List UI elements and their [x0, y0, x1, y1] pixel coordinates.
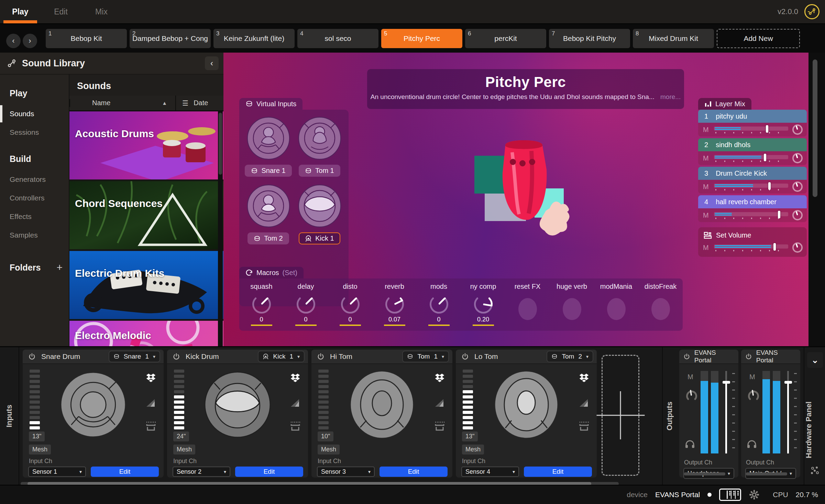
preset-slot-6[interactable]: 6percKit: [465, 29, 546, 48]
add-input-slot[interactable]: [602, 355, 639, 476]
headphones-icon[interactable]: [685, 440, 695, 449]
output-fader[interactable]: [785, 371, 795, 453]
virtual-input-select[interactable]: Snare 1 ▾: [109, 351, 160, 362]
edit-button[interactable]: Edit: [524, 467, 592, 477]
virtual-input-label-snare-1[interactable]: Snare 1: [245, 165, 292, 177]
layer-fader-handle[interactable]: [766, 125, 768, 133]
power-icon[interactable]: [461, 353, 469, 360]
set-volume-knob[interactable]: [792, 242, 803, 253]
macro-knob[interactable]: [472, 293, 494, 315]
output-fader-handle[interactable]: [723, 381, 730, 384]
sound-pack-icon[interactable]: [578, 372, 591, 385]
macro-trigger-button[interactable]: [651, 298, 670, 320]
volume-icon[interactable]: [290, 398, 300, 407]
power-icon[interactable]: [317, 353, 324, 360]
layer-mute-button[interactable]: M: [703, 126, 710, 134]
macro-knob[interactable]: [428, 293, 450, 315]
layer-pan-knob[interactable]: [792, 153, 803, 163]
power-icon[interactable]: [28, 353, 36, 360]
drum-pad-visual[interactable]: [202, 371, 273, 438]
macro-trigger-button[interactable]: [518, 298, 537, 320]
settings-gear-icon[interactable]: [749, 489, 760, 500]
sensor-select[interactable]: Sensor 2 ▾: [173, 467, 230, 477]
drum-pad-visual[interactable]: [349, 370, 415, 439]
layer-mute-button[interactable]: M: [703, 154, 710, 162]
sidebar-item-effects[interactable]: Effects: [0, 207, 69, 226]
layer-fader[interactable]: [714, 183, 788, 190]
layer-fader[interactable]: [714, 126, 788, 133]
edit-button[interactable]: Edit: [235, 467, 303, 477]
sidebar-collapse-button[interactable]: ‹: [205, 56, 219, 70]
drum-pad-visual[interactable]: [494, 370, 559, 439]
drum-trap-icon[interactable]: [578, 421, 590, 431]
volume-icon[interactable]: [146, 398, 156, 407]
set-volume-fader[interactable]: [714, 244, 788, 251]
output-fader[interactable]: [723, 371, 734, 453]
layer-fader[interactable]: [714, 211, 788, 219]
sound-pack-icon[interactable]: [433, 372, 446, 385]
macro-trigger-button[interactable]: [607, 298, 626, 320]
drum-trap-icon[interactable]: [289, 421, 301, 431]
virtual-input-select[interactable]: Tom 1 ▾: [402, 351, 449, 362]
preset-slot-8[interactable]: 8Mixed Drum Kit: [633, 29, 714, 48]
layer-fader-handle[interactable]: [768, 182, 771, 190]
layer-mute-button[interactable]: M: [703, 183, 710, 191]
virtual-pad-tom-1[interactable]: [297, 115, 343, 161]
virtual-input-label-tom-1[interactable]: Tom 1: [299, 165, 340, 177]
more-link[interactable]: more...: [660, 93, 681, 100]
tab-play[interactable]: Play: [0, 0, 41, 23]
layer-header[interactable]: 3 Drum Circle Kick: [698, 167, 807, 180]
volume-icon[interactable]: [579, 398, 589, 407]
preset-slot-7[interactable]: 7Bebop Kit Pitchy: [549, 29, 630, 48]
preset-prev-button[interactable]: ‹: [6, 34, 21, 48]
sound-card-electro-melodic[interactable]: Electro Melodic: [69, 321, 223, 346]
output-mute-button[interactable]: M: [749, 373, 755, 381]
sensor-select[interactable]: Sensor 3 ▾: [317, 467, 375, 477]
layer-header[interactable]: 1 pitchy udu: [698, 110, 807, 123]
power-icon[interactable]: [173, 353, 180, 360]
add-folder-button[interactable]: +: [56, 262, 63, 273]
output-knob[interactable]: [747, 388, 760, 402]
sidebar-item-generators[interactable]: Generators: [0, 170, 69, 189]
sidebar-item-controllers[interactable]: Controllers: [0, 189, 69, 207]
layer-pan-knob[interactable]: [792, 124, 803, 135]
power-icon[interactable]: [683, 353, 690, 360]
tab-edit[interactable]: Edit: [41, 0, 81, 23]
layer-mute-button[interactable]: M: [703, 211, 710, 219]
layer-fader-handle[interactable]: [764, 154, 766, 161]
output-fader-handle[interactable]: [784, 381, 792, 384]
sound-card-acoustic-drums[interactable]: Acoustic Drums: [69, 111, 223, 179]
sensor-select[interactable]: Sensor 4 ▾: [461, 467, 519, 477]
tab-mix[interactable]: Mix: [81, 0, 122, 23]
layer-header[interactable]: 2 sindh dhols: [698, 138, 807, 151]
main-scrollbar[interactable]: [808, 53, 825, 346]
sidebar-item-sessions[interactable]: Sessions: [0, 123, 69, 142]
virtual-input-label-kick-1[interactable]: Kick 1: [299, 232, 340, 244]
preset-slot-1[interactable]: 1Bebop Kit: [46, 29, 127, 48]
layer-fader-handle[interactable]: [778, 211, 780, 218]
preset-slot-2[interactable]: 2Damped Bebop + Cong: [130, 29, 211, 48]
device-hardware-icon[interactable]: [719, 489, 741, 501]
headphones-icon[interactable]: [747, 440, 757, 449]
sound-pack-icon[interactable]: [144, 372, 157, 385]
macro-knob[interactable]: [251, 293, 273, 315]
virtual-input-select[interactable]: Tom 2 ▾: [547, 351, 593, 362]
sound-card-electric-drum-kits[interactable]: Electric Drum Kits: [69, 251, 223, 319]
volume-icon[interactable]: [434, 398, 445, 407]
edit-button[interactable]: Edit: [380, 467, 448, 477]
drum-pad-visual[interactable]: [59, 371, 127, 438]
sound-pack-icon[interactable]: [289, 372, 302, 385]
sidebar-item-sounds[interactable]: Sounds: [0, 105, 69, 123]
virtual-pad-tom-2[interactable]: [245, 183, 292, 229]
sound-card-chord-sequences[interactable]: Chord Sequences: [69, 181, 223, 249]
column-header-name[interactable]: Name ▲: [69, 99, 167, 107]
output-mute-button[interactable]: M: [688, 373, 693, 381]
set-volume-fader-handle[interactable]: [773, 243, 776, 251]
drum-trap-icon[interactable]: [434, 421, 446, 431]
virtual-pad-kick-1[interactable]: [297, 183, 343, 229]
virtual-input-label-tom-2[interactable]: Tom 2: [248, 232, 289, 244]
sidebar-item-samples[interactable]: Samples: [0, 226, 69, 244]
virtual-pad-snare-1[interactable]: [245, 115, 292, 161]
edit-button[interactable]: Edit: [91, 467, 159, 477]
brand-logo-icon[interactable]: [804, 4, 820, 19]
